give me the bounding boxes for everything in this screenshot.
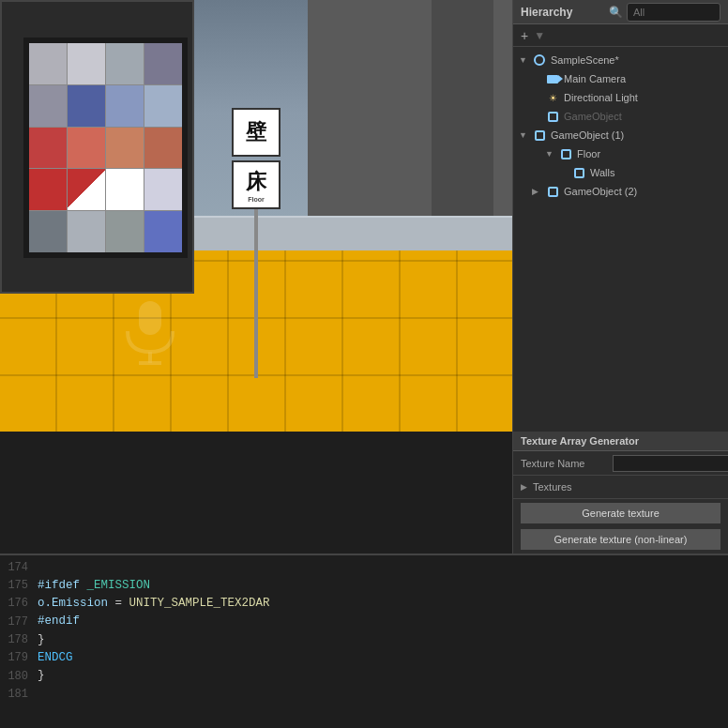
viewport-3d: 壁 床 Floor xyxy=(0,0,512,432)
tree-item-gameobject[interactable]: GameObject xyxy=(513,107,728,126)
sign-kanji: 床 xyxy=(246,168,266,196)
tex-cell xyxy=(106,211,144,252)
code-line: 177 #endif xyxy=(0,613,728,630)
code-token: _EMISSION xyxy=(80,579,150,592)
tex-cell xyxy=(106,85,144,127)
line-number: 179 xyxy=(4,649,38,667)
textures-row[interactable]: ▶ Textures xyxy=(513,476,728,499)
tree-item-label: GameObject (1) xyxy=(551,129,624,141)
tex-cell xyxy=(106,128,144,169)
expand-arrow: ▶ xyxy=(532,187,545,196)
dropdown-icon: ▼ xyxy=(534,29,545,42)
sign-area: 壁 床 Floor xyxy=(232,108,281,378)
tree-item-gameobject-2[interactable]: ▶ GameObject (2) xyxy=(513,182,728,201)
tree-item-label: Main Camera xyxy=(564,73,626,84)
object-icon xyxy=(532,128,547,143)
main-layout: 壁 床 Floor xyxy=(0,0,728,432)
texture-name-row: Texture Name xyxy=(513,451,728,476)
code-token: #endif xyxy=(38,614,80,628)
tex-cell xyxy=(29,169,67,210)
tex-cell xyxy=(144,169,182,210)
tree-item-label: SampleScene* xyxy=(551,54,619,66)
line-number: 174 xyxy=(4,559,38,577)
code-token: #ifdef xyxy=(38,579,80,592)
tree-item-directional-light[interactable]: ☀ Directional Light xyxy=(513,88,728,107)
expand-arrow: ▼ xyxy=(519,130,532,140)
object-icon xyxy=(545,184,560,199)
code-line: 174 xyxy=(0,559,728,577)
tex-cell xyxy=(68,43,105,84)
texture-name-label: Texture Name xyxy=(521,458,605,469)
tree-item-label: Directional Light xyxy=(564,92,638,103)
light-icon: ☀ xyxy=(545,90,560,105)
textures-expand-arrow: ▶ xyxy=(521,482,527,492)
tex-cell xyxy=(29,85,67,127)
tex-cell xyxy=(144,43,182,84)
line-content: } xyxy=(38,667,45,685)
code-line: 178 } xyxy=(0,631,728,649)
tree-item-main-camera[interactable]: Main Camera xyxy=(513,69,728,88)
line-number: 180 xyxy=(4,668,38,686)
generate-nonlinear-button[interactable]: Generate texture (non-linear) xyxy=(521,529,720,550)
tex-cell xyxy=(29,211,67,252)
tree-item-label: GameObject xyxy=(564,111,622,122)
add-hierarchy-button[interactable]: + xyxy=(519,28,530,43)
hierarchy-header: Hierarchy 🔍 xyxy=(513,0,728,24)
tree-item-floor[interactable]: ▼ Floor xyxy=(513,144,728,163)
tex-cell xyxy=(144,128,182,169)
camera-icon xyxy=(545,71,560,86)
line-number: 175 xyxy=(4,577,38,595)
textures-label: Textures xyxy=(533,481,572,493)
line-number: 181 xyxy=(4,686,38,704)
sign-bottom: 床 Floor xyxy=(232,160,281,209)
tree-item-walls[interactable]: Walls xyxy=(513,163,728,182)
tex-cell xyxy=(68,211,105,252)
middle-section: Texture Array Generator Texture Name ▶ T… xyxy=(0,432,728,554)
search-icon: 🔍 xyxy=(609,6,623,19)
code-lines: 174 175 #ifdef _EMISSION 176 o.Emission … xyxy=(0,555,728,728)
hierarchy-title: Hierarchy xyxy=(521,6,572,19)
code-token: UNITY_SAMPLE_TEX2DAR xyxy=(129,597,270,610)
tree-item-sample-scene[interactable]: ▼ SampleScene* xyxy=(513,51,728,69)
code-token: o.Emission xyxy=(38,597,108,610)
sign-small: Floor xyxy=(246,196,266,203)
object-icon xyxy=(545,109,560,124)
scene-icon-graphic xyxy=(532,53,547,68)
expand-arrow: ▼ xyxy=(545,149,558,159)
tex-cell xyxy=(106,169,144,210)
line-content: o.Emission = UNITY_SAMPLE_TEX2DAR xyxy=(38,595,270,613)
tree-item-gameobject-1[interactable]: ▼ GameObject (1) xyxy=(513,126,728,144)
hierarchy-panel: Hierarchy 🔍 + ▼ ▼ SampleScene* xyxy=(512,0,728,432)
line-content: #endif xyxy=(38,613,80,630)
tree-item-label: Floor xyxy=(577,148,600,159)
hierarchy-search-input[interactable] xyxy=(627,3,720,22)
tex-cell xyxy=(29,128,67,169)
object-icon xyxy=(558,146,573,161)
code-token: ENDCG xyxy=(38,651,73,664)
mic-icon xyxy=(113,292,188,367)
right-panels: Hierarchy 🔍 + ▼ ▼ SampleScene* xyxy=(512,0,728,432)
generate-texture-button[interactable]: Generate texture xyxy=(521,503,720,523)
code-editor: 174 175 #ifdef _EMISSION 176 o.Emission … xyxy=(0,554,728,728)
texture-board xyxy=(23,38,188,258)
texture-array-panel: Texture Array Generator Texture Name ▶ T… xyxy=(512,432,728,554)
generate-buttons: Generate texture xyxy=(513,499,728,529)
tag-title: Texture Array Generator xyxy=(513,432,728,451)
svg-rect-0 xyxy=(139,301,161,335)
tex-cell xyxy=(29,43,67,84)
tex-cell xyxy=(144,211,182,252)
code-line: 175 #ifdef _EMISSION xyxy=(0,577,728,595)
line-number: 177 xyxy=(4,614,38,631)
scene-view: 壁 床 Floor xyxy=(0,0,512,432)
hierarchy-tree[interactable]: ▼ SampleScene* Main Camera xyxy=(513,47,728,432)
expand-arrow: ▼ xyxy=(519,55,532,65)
hierarchy-toolbar: + ▼ xyxy=(513,24,728,47)
tex-cell xyxy=(106,43,144,84)
texture-name-input[interactable] xyxy=(613,455,728,472)
tex-cell xyxy=(144,85,182,127)
code-line: 176 o.Emission = UNITY_SAMPLE_TEX2DAR xyxy=(0,595,728,613)
line-content: } xyxy=(38,631,45,649)
tex-cell xyxy=(68,169,105,210)
code-line: 179 ENDCG xyxy=(0,649,728,667)
sign-top: 壁 xyxy=(232,108,281,157)
